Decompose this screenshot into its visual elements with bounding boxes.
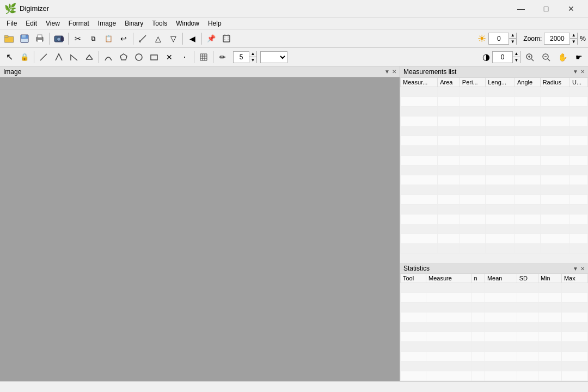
polygon-tool[interactable] bbox=[117, 50, 131, 64]
statistics-tbody bbox=[401, 283, 588, 381]
save-btn[interactable] bbox=[17, 32, 32, 46]
table-row bbox=[401, 224, 588, 234]
measurements-data-table: Measur... Area Peri... Leng... Angle Rad… bbox=[400, 77, 588, 254]
zoom-spinner[interactable]: ▲ ▼ bbox=[544, 33, 578, 45]
toolbar2: ↖ 🔒 ✕ · ✏ bbox=[0, 48, 588, 66]
statistics-float-btn[interactable]: ▼ bbox=[573, 266, 578, 272]
size-spinner[interactable]: ▲ ▼ bbox=[233, 51, 257, 63]
table-row bbox=[401, 234, 588, 244]
brightness-spinner[interactable]: ▲ ▼ bbox=[488, 33, 517, 45]
col-area: Area bbox=[438, 78, 460, 87]
table-row bbox=[401, 117, 588, 126]
pan-btn[interactable]: ✋ bbox=[555, 50, 569, 64]
menu-item-help[interactable]: Help bbox=[204, 19, 226, 28]
contrast-input[interactable] bbox=[493, 52, 512, 63]
col-angle: Angle bbox=[514, 78, 540, 87]
tb-sep4 bbox=[182, 33, 183, 45]
angle-tool3[interactable] bbox=[82, 50, 96, 64]
line-tool[interactable] bbox=[36, 50, 51, 64]
minimize-btn[interactable]: — bbox=[509, 0, 534, 17]
size-down-btn[interactable]: ▼ bbox=[249, 57, 256, 63]
print-btn[interactable] bbox=[33, 32, 47, 46]
brightness-down-btn[interactable]: ▼ bbox=[509, 39, 516, 45]
measurements-panel: Measurements list ▼ ✕ Measur... Area Per… bbox=[400, 66, 588, 264]
tb2-sep1 bbox=[34, 51, 34, 63]
measurements-tbody bbox=[401, 87, 588, 254]
menu-item-edit[interactable]: Edit bbox=[21, 19, 41, 28]
size-input[interactable] bbox=[234, 52, 249, 63]
stat-col-measure: Measure bbox=[426, 274, 471, 283]
table-row bbox=[401, 195, 588, 205]
menu-item-image[interactable]: Image bbox=[94, 19, 120, 28]
svg-line-31 bbox=[531, 59, 534, 61]
svg-marker-19 bbox=[120, 54, 127, 60]
image-panel-close-btn[interactable]: ✕ bbox=[392, 69, 396, 75]
zoom-down-btn[interactable]: ▼ bbox=[569, 39, 577, 45]
measure-tool2[interactable]: △ bbox=[151, 32, 165, 46]
measurements-close-btn[interactable]: ✕ bbox=[580, 69, 585, 75]
paste-btn[interactable]: 📋 bbox=[101, 32, 115, 46]
measurements-panel-controls: ▼ ✕ bbox=[573, 69, 585, 75]
pencil-tool[interactable]: ✏ bbox=[216, 50, 230, 64]
menu-item-view[interactable]: View bbox=[41, 19, 64, 28]
copy-btn[interactable]: ⧉ bbox=[86, 32, 100, 46]
measurements-header: Measurements list ▼ ✕ bbox=[400, 66, 588, 77]
angle-tool1[interactable] bbox=[52, 50, 66, 64]
table-row bbox=[401, 205, 588, 215]
color-dropdown[interactable] bbox=[260, 51, 287, 63]
contrast-spinner[interactable]: ▲ ▼ bbox=[492, 51, 520, 63]
measure-tool1[interactable] bbox=[136, 32, 150, 46]
hand-btn[interactable]: ☛ bbox=[572, 50, 586, 64]
measure-tool3[interactable]: ▽ bbox=[166, 32, 180, 46]
table-row bbox=[401, 332, 588, 342]
menu-item-window[interactable]: Window bbox=[171, 19, 204, 28]
close-btn[interactable]: ✕ bbox=[559, 0, 584, 17]
table-row bbox=[401, 352, 588, 362]
lock-tool[interactable]: 🔒 bbox=[17, 50, 32, 64]
size-up-btn[interactable]: ▲ bbox=[249, 51, 256, 57]
grid-tool[interactable] bbox=[197, 50, 211, 64]
statistics-close-btn[interactable]: ✕ bbox=[580, 266, 585, 272]
svg-rect-4 bbox=[21, 39, 28, 42]
menu-item-format[interactable]: Format bbox=[64, 19, 94, 28]
image-panel: Image ▼ ✕ bbox=[0, 66, 400, 381]
rect-tool[interactable] bbox=[147, 50, 161, 64]
zoom-out-btn[interactable] bbox=[539, 50, 553, 64]
open-folder-btn[interactable] bbox=[2, 32, 16, 46]
undo-btn[interactable]: ↩ bbox=[117, 32, 131, 46]
menu-item-tools[interactable]: Tools bbox=[148, 19, 171, 28]
angle-tool2[interactable] bbox=[67, 50, 81, 64]
tb-sep5 bbox=[201, 33, 202, 45]
menu-bar: FileEditViewFormatImageBinaryToolsWindow… bbox=[0, 17, 588, 29]
menu-item-file[interactable]: File bbox=[2, 19, 21, 28]
menu-item-binary[interactable]: Binary bbox=[120, 19, 148, 28]
camera-btn[interactable] bbox=[52, 32, 66, 46]
svg-rect-3 bbox=[22, 35, 26, 38]
zoom-up-btn[interactable]: ▲ bbox=[569, 33, 577, 39]
table-row bbox=[401, 126, 588, 136]
right-panels: Measurements list ▼ ✕ Measur... Area Per… bbox=[400, 66, 588, 381]
brightness-input[interactable] bbox=[489, 33, 509, 44]
zoom-in-btn[interactable] bbox=[523, 50, 537, 64]
cross-tool[interactable]: ✕ bbox=[162, 50, 176, 64]
measurements-float-btn[interactable]: ▼ bbox=[573, 69, 578, 75]
contrast-icon: ◑ bbox=[482, 52, 490, 62]
circle-tool[interactable] bbox=[132, 50, 146, 64]
crop-btn[interactable] bbox=[219, 32, 234, 46]
pin-btn[interactable]: 📌 bbox=[204, 32, 218, 46]
maximize-btn[interactable]: □ bbox=[534, 0, 559, 17]
table-row bbox=[401, 313, 588, 322]
arrow-left-btn[interactable]: ◀ bbox=[185, 32, 199, 46]
brightness-up-btn[interactable]: ▲ bbox=[509, 33, 516, 39]
cut-btn[interactable]: ✂ bbox=[71, 32, 85, 46]
contrast-up-btn[interactable]: ▲ bbox=[512, 51, 520, 57]
cursor-tool[interactable]: ↖ bbox=[2, 50, 16, 64]
image-panel-float-btn[interactable]: ▼ bbox=[384, 69, 390, 75]
stat-col-sd: SD bbox=[517, 274, 538, 283]
table-row bbox=[401, 342, 588, 352]
image-panel-controls: ▼ ✕ bbox=[384, 69, 396, 75]
dot-tool[interactable]: · bbox=[177, 50, 192, 64]
arc-tool[interactable] bbox=[101, 50, 115, 64]
contrast-down-btn[interactable]: ▼ bbox=[512, 57, 520, 63]
zoom-input[interactable] bbox=[544, 33, 569, 44]
